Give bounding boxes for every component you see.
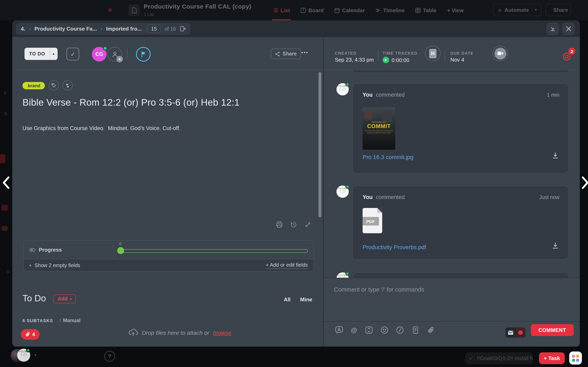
breadcrumb-space[interactable]: Productivity Course Fa... [34, 26, 97, 32]
expand-icon[interactable] [304, 221, 311, 228]
add-subtask-button[interactable]: Add ▾ [53, 294, 76, 303]
next-task-chevron[interactable] [581, 176, 588, 189]
custom-fields-table: Progress 0 ▾ Show 2 empty fields [23, 240, 314, 272]
online-indicator [346, 82, 350, 86]
slider-track[interactable] [121, 249, 308, 253]
app-launcher-button[interactable] [569, 351, 582, 365]
task-link-icon[interactable] [365, 326, 373, 334]
breadcrumb-index[interactable]: 4. [21, 26, 25, 32]
comment-input[interactable]: Comment or type '/' for commands [334, 286, 570, 293]
add-tag-button[interactable] [48, 80, 59, 91]
preview-text: PROVERBS 16:3 [372, 121, 386, 123]
assign-comment-icon[interactable] [335, 326, 343, 334]
tag-brand[interactable]: brand [22, 82, 45, 89]
slash-command-icon[interactable] [396, 326, 404, 334]
arrow-up-icon: ↑ [59, 318, 61, 323]
comment-mode-toggle[interactable] [506, 327, 526, 338]
file-dropzone[interactable]: Drop files here to attach or browse [61, 328, 298, 337]
comment-time: Just now [539, 194, 559, 200]
add-or-edit-fields-button[interactable]: + Add or edit fields [266, 262, 308, 268]
help-button[interactable]: ? [104, 351, 115, 362]
field-progress[interactable]: Progress [24, 241, 114, 259]
email-mode-icon[interactable] [506, 327, 516, 338]
more-actions-button[interactable]: ••• [301, 50, 308, 55]
open-in-new-icon[interactable] [180, 26, 186, 32]
app-dot [576, 355, 579, 358]
list-icon [273, 8, 278, 13]
tab-table[interactable]: Table [415, 0, 437, 20]
filter-all[interactable]: All [284, 296, 291, 303]
browse-link[interactable]: browse [213, 329, 231, 336]
download-icon[interactable] [551, 242, 559, 251]
next-status-icon[interactable]: ▸ [50, 48, 58, 60]
sidebar-hint-letter: D [7, 269, 10, 274]
mention-icon[interactable]: @ [351, 326, 357, 334]
meeting-button[interactable] [493, 46, 508, 61]
add-template-button[interactable] [62, 80, 72, 91]
calendar-icon [334, 8, 339, 13]
task-title[interactable]: Bible Verse - Rom 12:2 (or) Pro 3:5-6 (o… [22, 97, 240, 108]
online-indicator [26, 348, 30, 352]
sidebar-hint-letter: S [4, 111, 7, 116]
pdf-attachment-thumbnail[interactable]: PDF [363, 208, 382, 233]
timeline-icon [375, 8, 381, 13]
status-button[interactable]: TO DO ▸ [25, 48, 58, 60]
task-toolbar: TO DO ▸ ✓ CG + [12, 37, 323, 70]
tab-calendar[interactable]: Calendar [334, 0, 365, 20]
tab-board[interactable]: Board [301, 0, 324, 20]
comment-author: You [363, 194, 373, 200]
progress-field-icon [29, 248, 35, 252]
task-share-button[interactable]: Share [271, 49, 301, 59]
comment-card: You commented Just now PDF Productivity … [352, 185, 569, 260]
progress-slider[interactable]: 0 [114, 241, 314, 259]
comment-author: You [363, 92, 373, 98]
priority-flag-button[interactable] [136, 47, 151, 62]
task-description[interactable]: Use Graphics from Course Video. Mindset.… [22, 125, 181, 131]
chat-mode-icon[interactable] [516, 327, 526, 338]
goal-text: !!Goal#3/Q1-2!! Install Ne [477, 355, 533, 361]
paperclip-icon[interactable] [427, 326, 435, 334]
collapse-sidebar-icon[interactable]: « [108, 5, 112, 14]
description-actions [276, 221, 311, 228]
tab-list[interactable]: List [273, 0, 290, 20]
assignee-avatar[interactable]: CG [92, 47, 107, 62]
attachments-count-button[interactable]: 4 [21, 329, 39, 340]
add-assignee-button[interactable]: + [107, 47, 122, 62]
mark-complete-button[interactable]: ✓ [67, 48, 79, 60]
comment-submit-button[interactable]: COMMENT [531, 324, 574, 336]
divider [378, 50, 379, 61]
comment-action: commented [376, 92, 405, 98]
goal-quick-item[interactable]: ✓ !!Goal#3/Q1-2!! Install Ne [465, 352, 533, 364]
subtasks-header: 6 SUBTASKS ↑ Manual [22, 318, 80, 323]
notes-icon[interactable] [411, 326, 419, 334]
scrollbar-thumb[interactable] [319, 72, 321, 217]
image-attachment-thumbnail[interactable]: PROVERBS 16:3 COMMIT TO THE LORD WHATEVE… [363, 107, 395, 150]
download-icon[interactable] [551, 151, 559, 161]
breadcrumb-list[interactable]: Imported fro... [106, 26, 142, 32]
add-view-button[interactable]: + View [447, 0, 464, 20]
due-date-value[interactable]: Nov 4 [450, 57, 474, 63]
page-fold [377, 208, 382, 213]
sort-button[interactable]: ↑ Manual [59, 318, 81, 323]
print-icon[interactable] [276, 221, 283, 228]
page-number-input[interactable] [147, 25, 161, 33]
slider-handle[interactable] [117, 247, 124, 254]
hotkey-button[interactable]: H [425, 46, 441, 61]
previous-task-chevron[interactable] [2, 176, 10, 189]
dock-task-button[interactable] [546, 22, 559, 35]
topbar-share-button[interactable]: Share [545, 4, 571, 16]
start-timer-button[interactable]: ▶ [383, 57, 389, 63]
time-tracked-value[interactable]: 0:00:00 [392, 57, 409, 63]
account-caret-icon[interactable]: ▾ [34, 353, 36, 357]
comment-composer: Comment or type '/' for commands @ [324, 278, 580, 347]
attachment-file-link[interactable]: Pro 16.3 commit.jpg [363, 154, 414, 160]
attachment-file-link[interactable]: Productivity Proverbs.pdf [363, 244, 426, 250]
close-modal-button[interactable] [562, 22, 575, 35]
history-icon[interactable] [290, 221, 297, 228]
emoji-icon[interactable] [380, 326, 388, 334]
filter-mine[interactable]: Mine [300, 296, 312, 303]
show-empty-fields-button[interactable]: ▾ Show 2 empty fields [29, 262, 80, 268]
tab-timeline[interactable]: Timeline [375, 0, 405, 20]
automate-button[interactable]: Automate ▾ [493, 4, 541, 16]
new-task-button[interactable]: + Task [539, 352, 565, 364]
